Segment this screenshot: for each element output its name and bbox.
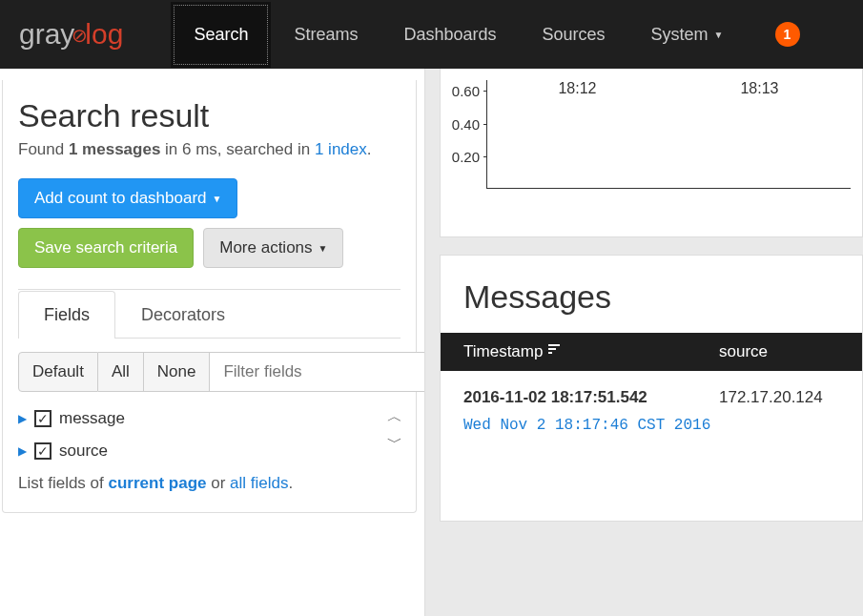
main: Search result Found 1 messages in 6 ms, … xyxy=(0,69,863,616)
field-item-message: ▶ ✓ message xyxy=(18,409,401,428)
expand-icon[interactable]: ▶ xyxy=(18,412,27,425)
x-tick: 18:12 xyxy=(558,80,596,97)
expand-icon[interactable]: ▶ xyxy=(18,444,27,458)
sort-desc-icon xyxy=(548,344,562,360)
svg-rect-0 xyxy=(548,344,560,346)
caret-down-icon: ▼ xyxy=(318,243,328,254)
current-page-link[interactable]: current page xyxy=(109,474,207,492)
field-toolbar: Default All None xyxy=(18,352,401,392)
more-actions-button[interactable]: More actions ▼ xyxy=(203,228,343,268)
caret-down-icon: ▼ xyxy=(714,30,724,40)
y-axis: 0.60 0.40 0.20 xyxy=(486,80,487,189)
checkbox-message[interactable]: ✓ xyxy=(34,410,51,427)
save-search-criteria-button[interactable]: Save search criteria xyxy=(18,228,194,268)
result-summary: Found 1 messages in 6 ms, searched in 1 … xyxy=(18,140,401,159)
notification-badge[interactable]: 1 xyxy=(775,22,800,47)
field-label[interactable]: message xyxy=(59,409,125,428)
search-result-panel: Search result Found 1 messages in 6 ms, … xyxy=(2,80,417,513)
x-tick: 18:13 xyxy=(740,80,778,97)
tab-decorators[interactable]: Decorators xyxy=(115,291,251,339)
field-label[interactable]: source xyxy=(59,441,108,461)
col-source[interactable]: source xyxy=(719,342,839,361)
y-tick: 0.40 xyxy=(452,115,487,132)
caret-down-icon: ▼ xyxy=(213,194,222,204)
nav-system[interactable]: System ▼ xyxy=(628,2,747,68)
nav-sources[interactable]: Sources xyxy=(520,2,628,68)
tabs: Fields Decorators xyxy=(18,290,401,339)
y-tick: 0.20 xyxy=(452,148,487,164)
checkbox-source[interactable]: ✓ xyxy=(34,442,51,460)
brand-logo[interactable]: gray ⊘ log xyxy=(19,18,123,51)
index-link[interactable]: 1 index xyxy=(315,140,367,158)
histogram-chart: 0.60 0.40 0.20 18:12 18:13 xyxy=(448,80,851,214)
button-row: Save search criteria More actions ▼ xyxy=(18,228,401,277)
message-count: 1 messages xyxy=(69,140,160,158)
fields-list: ▶ ✓ message ▶ ✓ source ︿ ﹀ xyxy=(18,409,401,461)
messages-panel: Messages Timestamp source 2016-11-02 18:… xyxy=(440,255,863,522)
x-labels: 18:12 18:13 xyxy=(448,80,851,97)
svg-rect-2 xyxy=(548,352,552,354)
default-button[interactable]: Default xyxy=(18,352,98,392)
all-button[interactable]: All xyxy=(98,352,143,392)
field-updown: ︿ ﹀ xyxy=(387,407,402,453)
filter-fields-input[interactable] xyxy=(210,352,440,392)
row-timestamp: 2016-11-02 18:17:51.542 xyxy=(463,388,719,407)
left-column: Search result Found 1 messages in 6 ms, … xyxy=(0,69,424,616)
right-column: 0.60 0.40 0.20 18:12 18:13 Messages Time… xyxy=(424,69,863,616)
nav-streams[interactable]: Streams xyxy=(271,2,380,68)
tab-fields[interactable]: Fields xyxy=(18,291,115,339)
table-row[interactable]: 2016-11-02 18:17:51.542 172.17.20.124 We… xyxy=(441,371,862,443)
nav-dashboards[interactable]: Dashboards xyxy=(380,2,519,68)
col-timestamp[interactable]: Timestamp xyxy=(463,342,719,361)
navbar: gray ⊘ log Search Streams Dashboards Sou… xyxy=(0,0,863,69)
list-footer: List fields of current page or all field… xyxy=(18,474,401,493)
none-button[interactable]: None xyxy=(143,352,211,392)
messages-table-head: Timestamp source xyxy=(441,333,862,371)
row-source: 172.17.20.124 xyxy=(719,388,839,407)
field-item-source: ▶ ✓ source xyxy=(18,441,401,461)
chevron-down-icon[interactable]: ﹀ xyxy=(387,433,402,453)
svg-rect-1 xyxy=(548,348,556,350)
chart-panel: 0.60 0.40 0.20 18:12 18:13 xyxy=(440,69,863,237)
chevron-up-icon[interactable]: ︿ xyxy=(387,407,402,427)
brand-gray: gray xyxy=(19,18,74,51)
y-tick: 0.60 xyxy=(452,83,487,99)
page-title: Search result xyxy=(18,97,401,134)
row-content: Wed Nov 2 18:17:46 CST 2016 xyxy=(463,417,839,434)
messages-title: Messages xyxy=(441,275,862,333)
nav-search[interactable]: Search xyxy=(171,2,271,68)
brand-ring-icon: ⊘ xyxy=(72,24,88,47)
nav-system-label: System xyxy=(651,25,709,45)
x-axis xyxy=(486,188,851,189)
add-count-dashboard-button[interactable]: Add count to dashboard ▼ xyxy=(18,178,237,218)
all-fields-link[interactable]: all fields xyxy=(230,474,288,492)
brand-log: log xyxy=(85,18,123,51)
